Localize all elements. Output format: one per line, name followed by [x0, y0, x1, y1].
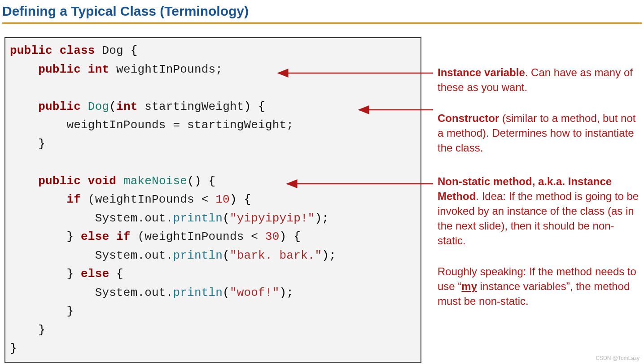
method-name: makeNoise — [123, 174, 187, 188]
str-woof: "woof!" — [230, 286, 280, 299]
num-30: 30 — [265, 230, 280, 243]
type-int: int — [116, 100, 137, 113]
ann-my: my — [461, 280, 477, 292]
cond: (weightInPounds < — [88, 193, 215, 206]
annotation-instance-variable: Instance variable. Can have as many of t… — [438, 65, 642, 95]
println: println — [173, 286, 223, 299]
kw-else: else — [81, 267, 109, 281]
annotation-instance-method: Non-static method, a.k.a. Instance Metho… — [438, 174, 642, 248]
kw-class: class — [60, 44, 95, 57]
code-block: public class Dog { public int weightInPo… — [4, 37, 421, 363]
kw-public: public — [10, 44, 53, 57]
class-name: Dog — [102, 44, 123, 57]
ctor-body: weightInPounds = startingWeight; — [66, 118, 294, 132]
kw-else: else — [81, 230, 109, 243]
ctor-name: Dog — [88, 100, 109, 113]
annotation-constructor: Constructor (similar to a method, but no… — [438, 111, 642, 155]
ann-bold: Instance variable — [438, 66, 525, 78]
kw-void: void — [88, 174, 116, 188]
println: println — [173, 212, 223, 225]
annotations-column: Instance variable. Can have as many of t… — [438, 37, 642, 325]
kw-public: public — [38, 100, 81, 113]
type-int: int — [88, 63, 109, 76]
field-decl: weightInPounds; — [116, 63, 223, 76]
kw-public: public — [38, 63, 81, 76]
page-title: Defining a Typical Class (Terminology) — [0, 0, 644, 22]
sys-out: System.out. — [95, 212, 173, 225]
ann-bold: Constructor — [438, 112, 499, 124]
sys-out: System.out. — [95, 249, 173, 262]
watermark: CSDN @TomLazy — [596, 355, 640, 361]
num-10: 10 — [215, 193, 230, 206]
kw-if: if — [116, 230, 131, 243]
title-divider — [2, 22, 642, 24]
kw-if: if — [66, 193, 81, 206]
sys-out: System.out. — [95, 286, 173, 299]
kw-public: public — [38, 174, 81, 188]
str-yip: "yipyipyip!" — [230, 212, 315, 225]
println: println — [173, 249, 223, 262]
annotation-my-variables: Roughly speaking: If the method needs to… — [438, 264, 642, 308]
content-row: public class Dog { public int weightInPo… — [0, 37, 644, 363]
cond: (weightInPounds < — [137, 230, 265, 243]
str-bark: "bark. bark." — [230, 249, 322, 262]
param: startingWeight — [145, 100, 244, 113]
